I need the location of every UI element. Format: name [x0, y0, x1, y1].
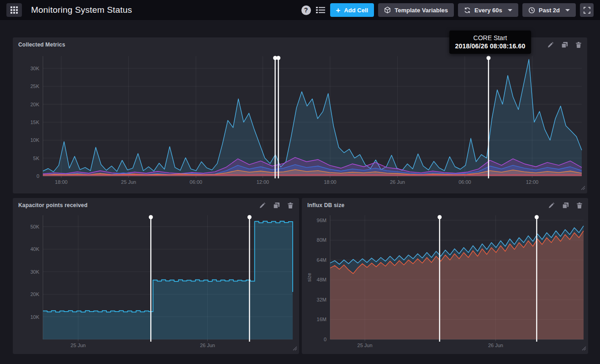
page-title: Monitoring System Status	[31, 5, 132, 15]
duplicate-cell-button[interactable]	[273, 202, 280, 209]
cell-header: Kapacitor points received	[13, 198, 299, 213]
time-range-dropdown[interactable]: Past 2d	[522, 3, 576, 17]
cell-collected-metrics: Collected Metrics 05K10K15K20K25K30K18:0…	[13, 37, 587, 193]
y-tick-label: 10K	[30, 314, 39, 320]
y-tick-label: 15K	[30, 120, 39, 125]
duplicate-icon	[273, 202, 280, 209]
edit-cell-button[interactable]	[548, 202, 555, 209]
duplicate-cell-button[interactable]	[562, 202, 569, 209]
series-area-db-size-orange	[330, 231, 584, 339]
edit-cell-button[interactable]	[547, 42, 554, 48]
x-tick-label: 26 Jun	[390, 179, 405, 185]
presentation-mode-button[interactable]	[580, 3, 594, 17]
cell-influx-db-size: Influx DB size 016M32M48M64M80M96M25 Jun…	[302, 198, 588, 354]
x-tick-label: 26 Jun	[200, 343, 215, 348]
grid-icon	[11, 6, 18, 14]
cell-actions	[548, 202, 583, 209]
x-tick-label: 12:00	[526, 179, 539, 185]
annotation-title: CORE Start	[454, 34, 526, 42]
y-tick-label: 80M	[317, 237, 326, 243]
annotation-handle[interactable]	[535, 215, 539, 219]
delete-cell-button[interactable]	[576, 202, 583, 209]
y-tick-label: 48M	[317, 277, 326, 282]
top-nav: Monitoring System Status ? + Add Cell Te…	[0, 0, 600, 20]
x-tick-label: 18:00	[55, 179, 68, 185]
chart-canvas-influx-db-size[interactable]: 016M32M48M64M80M96M25 Jun26 Junsize	[305, 213, 584, 351]
y-tick-label: 10K	[30, 137, 39, 143]
edit-cell-button[interactable]	[259, 202, 266, 209]
trash-icon	[575, 42, 582, 48]
pencil-icon	[547, 42, 554, 48]
x-tick-label: 12:00	[257, 179, 269, 185]
refresh-interval-label: Every 60s	[474, 7, 502, 14]
y-tick-label: 30K	[30, 66, 39, 71]
y-tick-label: 40K	[30, 246, 39, 252]
annotation-handle[interactable]	[149, 215, 153, 219]
annotation-tooltip: CORE Start 2018/06/26 08:08:16.60	[449, 31, 531, 54]
cell-actions	[547, 42, 582, 48]
delete-cell-button[interactable]	[287, 202, 294, 209]
resize-handle[interactable]	[580, 184, 585, 192]
annotation-handle[interactable]	[247, 215, 252, 219]
add-cell-button[interactable]: + Add Cell	[330, 3, 374, 17]
pencil-icon	[548, 202, 555, 209]
x-tick-label: 25 Jun	[121, 179, 136, 185]
template-variables-button[interactable]: Template Variables	[378, 3, 454, 17]
trash-icon	[576, 202, 583, 209]
y-tick-label: 5K	[33, 156, 40, 161]
pencil-icon	[259, 202, 266, 209]
chevron-down-icon	[508, 9, 512, 11]
y-tick-label: 25K	[30, 83, 39, 89]
y-tick-label: 16M	[317, 317, 326, 322]
dashboards-menu-button[interactable]	[6, 3, 22, 17]
y-tick-label: 20K	[30, 291, 39, 297]
x-tick-label: 26 Jun	[488, 343, 503, 348]
duplicate-icon	[562, 202, 569, 209]
y-tick-label: 0	[324, 337, 326, 342]
x-tick-label: 25 Jun	[71, 343, 86, 348]
y-tick-label: 20K	[30, 102, 39, 107]
fullscreen-icon	[584, 7, 590, 14]
annotation-handle[interactable]	[486, 56, 490, 60]
annotation-handle[interactable]	[276, 56, 280, 60]
add-cell-label: Add Cell	[344, 7, 368, 14]
chart-canvas-collected-metrics[interactable]: 05K10K15K20K25K30K18:0025 Jun06:0012:001…	[16, 52, 584, 191]
cell-title: Kapacitor points received	[18, 202, 88, 208]
help-icon[interactable]: ?	[301, 5, 311, 15]
x-tick-label: 06:00	[458, 179, 471, 185]
y-tick-label: 0	[37, 173, 39, 179]
x-tick-label: 25 Jun	[358, 343, 373, 348]
duplicate-cell-button[interactable]	[561, 42, 568, 48]
series-area-kapacitor-points	[43, 221, 293, 339]
template-variables-label: Template Variables	[395, 7, 448, 14]
nav-actions: ? + Add Cell Template Variables	[301, 3, 594, 17]
annotation-handle[interactable]	[437, 215, 442, 219]
graph-tips-button[interactable]	[315, 3, 326, 17]
y-tick-label: 30K	[30, 269, 39, 275]
y-axis-title: size	[306, 273, 312, 282]
y-tick-label: 50K	[30, 224, 39, 229]
duplicate-icon	[561, 42, 568, 48]
resize-handle[interactable]	[292, 344, 297, 353]
y-tick-label: 32M	[317, 297, 326, 302]
chevron-down-icon	[565, 9, 570, 11]
y-tick-label: 96M	[317, 218, 326, 223]
cell-kapacitor-points: Kapacitor points received 10K20K30K40K50…	[13, 198, 299, 354]
delete-cell-button[interactable]	[575, 42, 582, 48]
chart-canvas-kapacitor-points[interactable]: 10K20K30K40K50K25 Jun26 Jun	[16, 213, 295, 351]
time-range-label: Past 2d	[539, 7, 560, 14]
x-tick-label: 06:00	[189, 179, 202, 185]
series-line-points-red	[43, 175, 582, 175]
plus-icon: +	[336, 6, 341, 14]
resize-handle[interactable]	[581, 344, 586, 353]
list-icon	[316, 6, 325, 14]
y-tick-label: 64M	[317, 257, 326, 263]
cell-title: Influx DB size	[307, 202, 344, 208]
refresh-interval-dropdown[interactable]: Every 60s	[458, 3, 518, 17]
cell-header: Influx DB size	[302, 198, 588, 213]
trash-icon	[287, 202, 294, 209]
cell-title: Collected Metrics	[18, 42, 65, 48]
series-area-points-main	[43, 59, 582, 176]
annotation-timestamp: 2018/06/26 08:08:16.60	[454, 42, 526, 50]
cube-icon	[384, 6, 391, 14]
